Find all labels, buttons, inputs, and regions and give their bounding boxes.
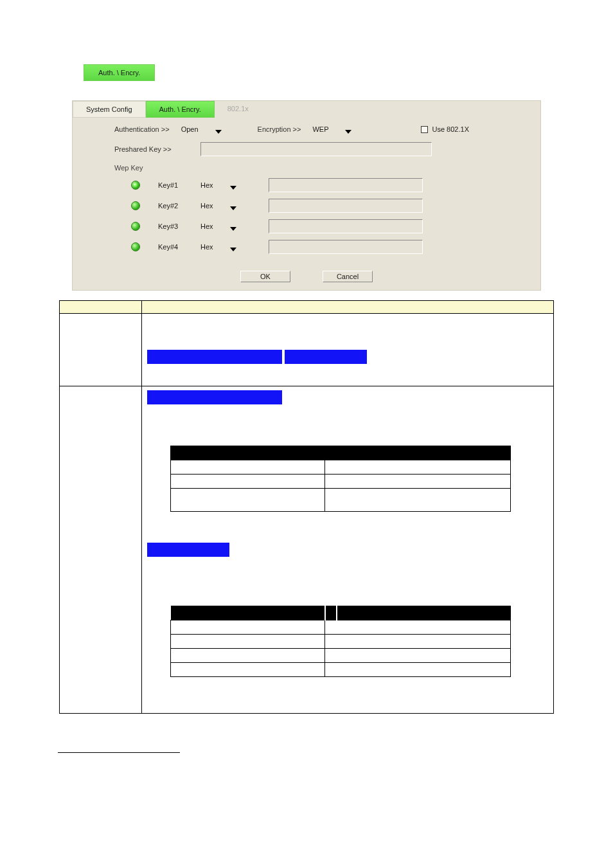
wep-key3-type-value: Hex <box>200 222 213 230</box>
ok-button[interactable]: OK <box>240 271 290 282</box>
description-table-row-2 <box>60 386 554 714</box>
wep-key-legend: Wep Key <box>114 164 143 172</box>
wep-key-row-3: Key#3 Hex <box>131 219 528 233</box>
inner-table-header <box>171 606 511 620</box>
auth-encryption-row: Authentication >> Open Encryption >> WEP… <box>114 125 528 133</box>
chevron-down-icon <box>230 245 236 249</box>
wep-key-group: Wep Key Key#1 Hex Key#2 Hex <box>114 164 528 254</box>
tab-strip: System Config Auth. \ Encry. 802.1x <box>73 101 540 118</box>
encryption-label: Encryption >> <box>258 125 301 133</box>
wep-key1-type-value: Hex <box>200 181 213 189</box>
description-table-header <box>60 301 554 314</box>
wep-key4-label: Key#4 <box>158 243 182 251</box>
redacted-bar <box>147 390 282 404</box>
chevron-down-icon <box>230 224 236 228</box>
wep-key-row-2: Key#2 Hex <box>131 199 528 213</box>
tab-8021x: 802.1x <box>215 101 262 118</box>
tab-auth-encry[interactable]: Auth. \ Encry. <box>146 101 215 118</box>
wep-key2-input[interactable] <box>269 199 423 213</box>
inner-table-row <box>171 635 511 649</box>
wep-key3-radio[interactable] <box>131 222 140 231</box>
description-table <box>59 300 554 714</box>
svg-marker-2 <box>230 186 236 190</box>
auth-encry-dialog: System Config Auth. \ Encry. 802.1x Auth… <box>72 100 541 291</box>
chevron-down-icon <box>230 204 236 208</box>
wep-key4-type-value: Hex <box>200 243 213 251</box>
authentication-select[interactable]: Open <box>181 125 222 133</box>
wep-key1-radio[interactable] <box>131 181 140 190</box>
preshared-key-row: Preshared Key >> <box>114 142 528 156</box>
svg-marker-4 <box>230 227 236 231</box>
wep-key2-label: Key#2 <box>158 202 182 210</box>
redacted-bar <box>147 543 229 557</box>
wep-key3-label: Key#3 <box>158 222 182 230</box>
wep-key2-type-select[interactable]: Hex <box>200 202 251 210</box>
encryption-value: WEP <box>312 125 328 133</box>
cancel-button[interactable]: Cancel <box>323 271 373 282</box>
authentication-label: Authentication >> <box>114 125 170 133</box>
wep-key1-type-select[interactable]: Hex <box>200 181 251 189</box>
chevron-down-icon <box>345 127 351 131</box>
inner-table-1 <box>170 446 511 512</box>
footnote-separator <box>58 752 180 753</box>
inner-table-2 <box>170 606 511 677</box>
inner-table-row <box>171 663 511 677</box>
inner-table-header <box>171 446 511 460</box>
svg-marker-3 <box>230 206 236 210</box>
description-table-row-1 <box>60 314 554 386</box>
inner-table-row <box>171 475 511 489</box>
use-8021x-checkbox[interactable]: Use 802.1X <box>421 125 468 133</box>
svg-marker-0 <box>215 130 222 134</box>
wep-key4-input[interactable] <box>269 240 423 254</box>
dialog-button-row: OK Cancel <box>73 268 540 290</box>
wep-key-row-4: Key#4 Hex <box>131 240 528 254</box>
wep-key2-radio[interactable] <box>131 201 140 210</box>
svg-marker-5 <box>230 248 236 251</box>
authentication-value: Open <box>181 125 199 133</box>
wep-key4-radio[interactable] <box>131 242 140 251</box>
use-8021x-label: Use 802.1X <box>432 125 468 133</box>
svg-marker-1 <box>345 130 351 134</box>
checkbox-icon <box>421 126 428 133</box>
wep-key1-input[interactable] <box>269 178 423 192</box>
wep-key2-type-value: Hex <box>200 202 213 210</box>
chevron-down-icon <box>230 183 236 187</box>
inner-table-row <box>171 649 511 663</box>
inner-table-row <box>171 620 511 635</box>
tab-system-config[interactable]: System Config <box>73 101 146 118</box>
wep-key4-type-select[interactable]: Hex <box>200 243 251 251</box>
inner-table-row <box>171 460 511 475</box>
wep-key3-type-select[interactable]: Hex <box>200 222 251 230</box>
encryption-select[interactable]: WEP <box>312 125 351 133</box>
wep-key-row-1: Key#1 Hex <box>131 178 528 192</box>
chevron-down-icon <box>215 127 222 131</box>
inner-table-row <box>171 489 511 512</box>
redacted-bar <box>147 350 282 364</box>
redacted-bar <box>285 350 367 364</box>
preshared-key-label: Preshared Key >> <box>114 145 172 153</box>
wep-key1-label: Key#1 <box>158 181 182 189</box>
wep-key3-input[interactable] <box>269 219 423 233</box>
preshared-key-input[interactable] <box>200 142 432 156</box>
auth-encry-tab-example: Auth. \ Encry. <box>84 64 155 81</box>
